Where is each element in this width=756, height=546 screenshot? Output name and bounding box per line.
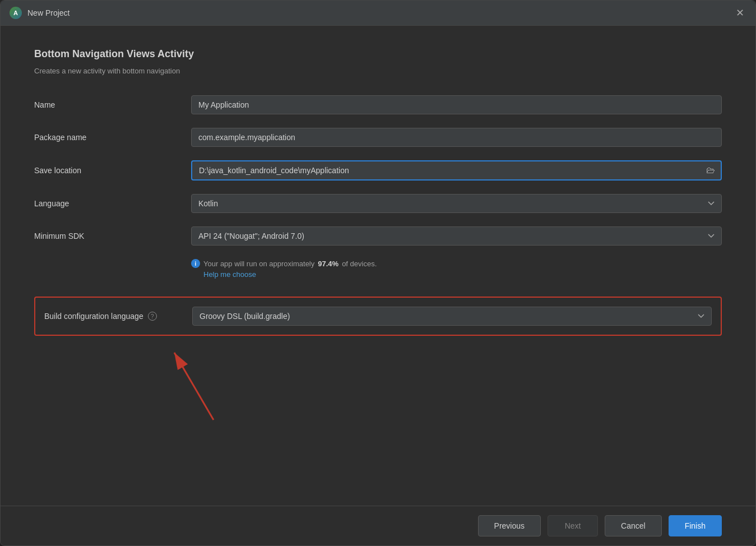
svg-line-1: [174, 353, 214, 420]
language-label: Language: [34, 199, 191, 208]
arrow-annotation-svg: [157, 341, 270, 425]
min-sdk-control: API 24 ("Nougat"; Android 7.0) API 21 AP…: [191, 226, 722, 246]
app-logo: A: [10, 7, 22, 19]
dialog-content: Bottom Navigation Views Activity Creates…: [1, 26, 755, 506]
build-config-section: Build configuration language ? Groovy DS…: [34, 297, 722, 336]
language-control: Kotlin Java: [191, 194, 722, 213]
name-control: [191, 95, 722, 114]
devices-suffix: of devices.: [342, 260, 377, 268]
min-sdk-row: Minimum SDK API 24 ("Nougat"; Android 7.…: [34, 226, 722, 246]
package-input[interactable]: [191, 128, 722, 147]
info-icon: i: [191, 259, 200, 268]
browse-folder-button[interactable]: 🗁: [701, 162, 721, 179]
cancel-button[interactable]: Cancel: [605, 515, 662, 536]
dialog-title: New Project: [27, 8, 69, 17]
package-label: Package name: [34, 133, 191, 142]
save-location-wrapper: 🗁: [191, 160, 722, 181]
arrow-annotation-area: [34, 336, 722, 425]
save-location-input[interactable]: [192, 161, 701, 179]
dialog-footer: Previous Next Cancel Finish: [1, 506, 755, 545]
title-bar-left: A New Project: [10, 7, 69, 19]
page-title: Bottom Navigation Views Activity: [34, 48, 722, 60]
build-config-label: Build configuration language ?: [44, 312, 192, 321]
build-config-inner: Build configuration language ? Groovy DS…: [35, 307, 721, 326]
save-location-control: 🗁: [191, 160, 722, 181]
name-input[interactable]: [191, 95, 722, 114]
name-row: Name: [34, 95, 722, 114]
new-project-dialog: A New Project ✕ Bottom Navigation Views …: [0, 0, 756, 546]
save-location-row: Save location 🗁: [34, 160, 722, 181]
min-sdk-label: Minimum SDK: [34, 232, 191, 240]
devices-info-row: i Your app will run on approximately 97.…: [191, 259, 722, 279]
devices-percentage: 97.4%: [318, 260, 338, 268]
help-me-choose-link[interactable]: Help me choose: [203, 270, 256, 279]
close-button[interactable]: ✕: [733, 6, 746, 20]
language-row: Language Kotlin Java: [34, 194, 722, 213]
next-button[interactable]: Next: [548, 515, 598, 536]
build-config-select[interactable]: Groovy DSL (build.gradle) Kotlin DSL (bu…: [192, 307, 712, 326]
language-select[interactable]: Kotlin Java: [191, 194, 722, 213]
package-control: [191, 128, 722, 147]
help-icon[interactable]: ?: [148, 312, 157, 321]
min-sdk-select[interactable]: API 24 ("Nougat"; Android 7.0) API 21 AP…: [191, 226, 722, 246]
devices-info-text: i Your app will run on approximately 97.…: [191, 259, 377, 268]
package-row: Package name: [34, 128, 722, 147]
title-bar: A New Project ✕: [1, 1, 755, 26]
previous-button[interactable]: Previous: [478, 515, 541, 536]
finish-button[interactable]: Finish: [669, 515, 722, 536]
name-label: Name: [34, 100, 191, 109]
devices-prefix: Your app will run on approximately: [203, 260, 314, 268]
page-subtitle: Creates a new activity with bottom navig…: [34, 67, 722, 75]
save-location-label: Save location: [34, 166, 191, 175]
build-config-control: Groovy DSL (build.gradle) Kotlin DSL (bu…: [192, 307, 712, 326]
